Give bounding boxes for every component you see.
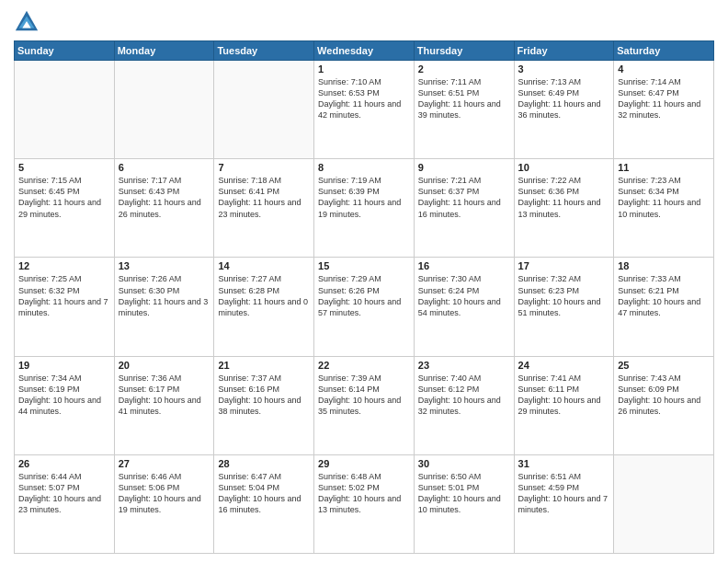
day-number: 13 xyxy=(119,260,210,271)
day-info: Sunrise: 7:29 AM Sunset: 6:26 PM Dayligh… xyxy=(318,273,410,318)
day-number: 16 xyxy=(418,260,510,271)
day-number: 21 xyxy=(218,360,310,371)
day-info: Sunrise: 7:30 AM Sunset: 6:24 PM Dayligh… xyxy=(418,273,510,318)
calendar-cell: 10Sunrise: 7:22 AM Sunset: 6:36 PM Dayli… xyxy=(514,159,614,258)
calendar-cell: 20Sunrise: 7:36 AM Sunset: 6:17 PM Dayli… xyxy=(114,356,214,454)
weekday-tuesday: Tuesday xyxy=(214,41,314,61)
day-number: 22 xyxy=(318,360,410,371)
calendar-body: 1Sunrise: 7:10 AM Sunset: 6:53 PM Daylig… xyxy=(15,61,714,554)
day-number: 18 xyxy=(618,260,710,271)
calendar-table: SundayMondayTuesdayWednesdayThursdayFrid… xyxy=(14,40,714,554)
day-info: Sunrise: 7:43 AM Sunset: 6:09 PM Dayligh… xyxy=(618,373,710,418)
day-number: 3 xyxy=(518,63,610,75)
weekday-saturday: Saturday xyxy=(614,41,714,61)
calendar-cell: 12Sunrise: 7:25 AM Sunset: 6:32 PM Dayli… xyxy=(15,258,115,356)
day-info: Sunrise: 7:41 AM Sunset: 6:11 PM Dayligh… xyxy=(518,373,610,418)
calendar-header: SundayMondayTuesdayWednesdayThursdayFrid… xyxy=(15,41,714,61)
day-number: 10 xyxy=(518,162,610,173)
day-info: Sunrise: 6:46 AM Sunset: 5:06 PM Dayligh… xyxy=(119,471,210,516)
calendar-cell: 13Sunrise: 7:26 AM Sunset: 6:30 PM Dayli… xyxy=(114,258,214,356)
weekday-friday: Friday xyxy=(514,41,614,61)
day-number: 30 xyxy=(418,458,510,469)
day-number: 7 xyxy=(218,162,310,173)
day-info: Sunrise: 7:11 AM Sunset: 6:51 PM Dayligh… xyxy=(418,76,510,121)
day-number: 6 xyxy=(119,162,210,173)
day-number: 24 xyxy=(518,360,610,371)
day-info: Sunrise: 7:32 AM Sunset: 6:23 PM Dayligh… xyxy=(518,273,610,318)
calendar-cell: 14Sunrise: 7:27 AM Sunset: 6:28 PM Dayli… xyxy=(214,258,314,356)
calendar-cell: 11Sunrise: 7:23 AM Sunset: 6:34 PM Dayli… xyxy=(614,159,714,258)
day-number: 19 xyxy=(18,360,110,371)
calendar-cell xyxy=(15,61,115,159)
calendar-cell: 24Sunrise: 7:41 AM Sunset: 6:11 PM Dayli… xyxy=(514,356,614,454)
day-number: 4 xyxy=(618,63,710,75)
calendar-cell: 27Sunrise: 6:46 AM Sunset: 5:06 PM Dayli… xyxy=(114,454,214,553)
calendar-week-2: 5Sunrise: 7:15 AM Sunset: 6:45 PM Daylig… xyxy=(15,159,714,258)
calendar-cell: 29Sunrise: 6:48 AM Sunset: 5:02 PM Dayli… xyxy=(314,454,415,553)
day-number: 20 xyxy=(119,360,210,371)
day-number: 31 xyxy=(518,458,610,469)
day-info: Sunrise: 7:39 AM Sunset: 6:14 PM Dayligh… xyxy=(318,373,410,418)
logo-icon xyxy=(14,9,40,35)
day-number: 17 xyxy=(518,260,610,271)
day-info: Sunrise: 7:34 AM Sunset: 6:19 PM Dayligh… xyxy=(18,373,110,418)
weekday-sunday: Sunday xyxy=(15,41,115,61)
calendar-cell: 17Sunrise: 7:32 AM Sunset: 6:23 PM Dayli… xyxy=(514,258,614,356)
calendar-cell: 30Sunrise: 6:50 AM Sunset: 5:01 PM Dayli… xyxy=(414,454,514,553)
calendar-cell: 22Sunrise: 7:39 AM Sunset: 6:14 PM Dayli… xyxy=(314,356,415,454)
calendar-cell: 5Sunrise: 7:15 AM Sunset: 6:45 PM Daylig… xyxy=(15,159,115,258)
day-number: 9 xyxy=(418,162,510,173)
weekday-header-row: SundayMondayTuesdayWednesdayThursdayFrid… xyxy=(15,41,714,61)
day-number: 29 xyxy=(318,458,410,469)
day-info: Sunrise: 7:10 AM Sunset: 6:53 PM Dayligh… xyxy=(318,76,410,121)
calendar-cell: 16Sunrise: 7:30 AM Sunset: 6:24 PM Dayli… xyxy=(414,258,514,356)
day-info: Sunrise: 7:25 AM Sunset: 6:32 PM Dayligh… xyxy=(18,273,110,318)
day-info: Sunrise: 6:51 AM Sunset: 4:59 PM Dayligh… xyxy=(518,471,610,516)
day-info: Sunrise: 7:37 AM Sunset: 6:16 PM Dayligh… xyxy=(218,373,310,418)
day-info: Sunrise: 6:48 AM Sunset: 5:02 PM Dayligh… xyxy=(318,471,410,516)
calendar-week-3: 12Sunrise: 7:25 AM Sunset: 6:32 PM Dayli… xyxy=(15,258,714,356)
calendar-cell xyxy=(214,61,314,159)
day-number: 15 xyxy=(318,260,410,271)
day-info: Sunrise: 7:40 AM Sunset: 6:12 PM Dayligh… xyxy=(418,373,510,418)
calendar-cell xyxy=(114,61,214,159)
calendar-cell: 7Sunrise: 7:18 AM Sunset: 6:41 PM Daylig… xyxy=(214,159,314,258)
day-info: Sunrise: 7:36 AM Sunset: 6:17 PM Dayligh… xyxy=(119,373,210,418)
day-number: 1 xyxy=(318,63,410,75)
header xyxy=(14,9,714,35)
calendar-cell: 3Sunrise: 7:13 AM Sunset: 6:49 PM Daylig… xyxy=(514,61,614,159)
calendar-cell: 15Sunrise: 7:29 AM Sunset: 6:26 PM Dayli… xyxy=(314,258,415,356)
day-info: Sunrise: 7:13 AM Sunset: 6:49 PM Dayligh… xyxy=(518,76,610,121)
calendar-cell: 6Sunrise: 7:17 AM Sunset: 6:43 PM Daylig… xyxy=(114,159,214,258)
calendar-cell: 28Sunrise: 6:47 AM Sunset: 5:04 PM Dayli… xyxy=(214,454,314,553)
calendar-cell: 2Sunrise: 7:11 AM Sunset: 6:51 PM Daylig… xyxy=(414,61,514,159)
calendar-week-4: 19Sunrise: 7:34 AM Sunset: 6:19 PM Dayli… xyxy=(15,356,714,454)
day-info: Sunrise: 6:47 AM Sunset: 5:04 PM Dayligh… xyxy=(218,471,310,516)
day-number: 2 xyxy=(418,63,510,75)
day-number: 26 xyxy=(18,458,110,469)
day-info: Sunrise: 7:26 AM Sunset: 6:30 PM Dayligh… xyxy=(119,273,210,318)
calendar-week-5: 26Sunrise: 6:44 AM Sunset: 5:07 PM Dayli… xyxy=(15,454,714,553)
day-number: 8 xyxy=(318,162,410,173)
weekday-thursday: Thursday xyxy=(414,41,514,61)
day-number: 12 xyxy=(18,260,110,271)
calendar-cell: 18Sunrise: 7:33 AM Sunset: 6:21 PM Dayli… xyxy=(614,258,714,356)
day-number: 14 xyxy=(218,260,310,271)
day-info: Sunrise: 7:15 AM Sunset: 6:45 PM Dayligh… xyxy=(18,175,110,220)
calendar-cell: 26Sunrise: 6:44 AM Sunset: 5:07 PM Dayli… xyxy=(15,454,115,553)
calendar-cell: 9Sunrise: 7:21 AM Sunset: 6:37 PM Daylig… xyxy=(414,159,514,258)
calendar-cell: 31Sunrise: 6:51 AM Sunset: 4:59 PM Dayli… xyxy=(514,454,614,553)
calendar-cell: 1Sunrise: 7:10 AM Sunset: 6:53 PM Daylig… xyxy=(314,61,415,159)
day-info: Sunrise: 7:21 AM Sunset: 6:37 PM Dayligh… xyxy=(418,175,510,220)
day-number: 27 xyxy=(119,458,210,469)
day-info: Sunrise: 7:23 AM Sunset: 6:34 PM Dayligh… xyxy=(618,175,710,220)
calendar-cell: 19Sunrise: 7:34 AM Sunset: 6:19 PM Dayli… xyxy=(15,356,115,454)
calendar-week-1: 1Sunrise: 7:10 AM Sunset: 6:53 PM Daylig… xyxy=(15,61,714,159)
day-info: Sunrise: 7:22 AM Sunset: 6:36 PM Dayligh… xyxy=(518,175,610,220)
logo xyxy=(14,9,43,35)
calendar-cell: 25Sunrise: 7:43 AM Sunset: 6:09 PM Dayli… xyxy=(614,356,714,454)
day-number: 5 xyxy=(18,162,110,173)
day-number: 25 xyxy=(618,360,710,371)
day-number: 11 xyxy=(618,162,710,173)
day-info: Sunrise: 7:18 AM Sunset: 6:41 PM Dayligh… xyxy=(218,175,310,220)
